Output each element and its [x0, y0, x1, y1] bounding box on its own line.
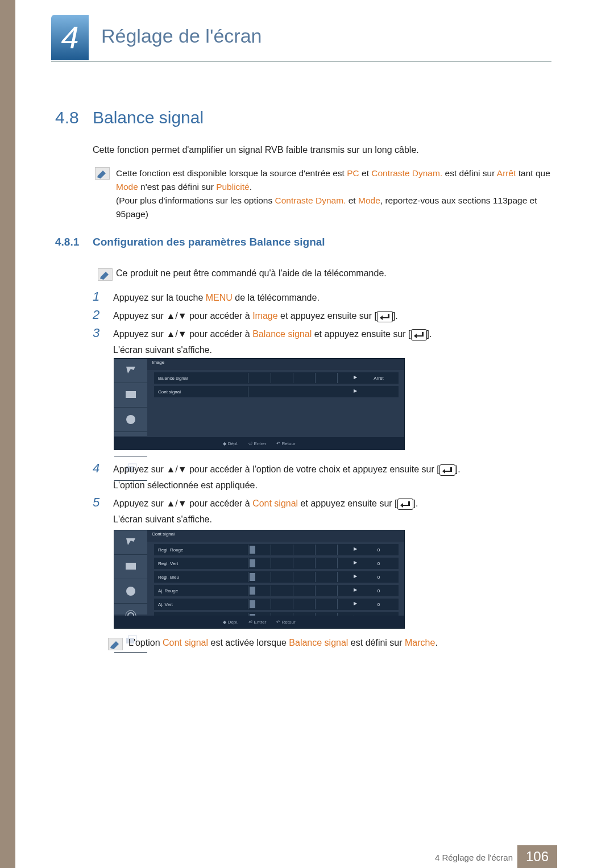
step-1: 1 Appuyez sur la touche MENU de la téléc…	[93, 290, 551, 306]
osd-header: Cont signal	[147, 530, 404, 542]
intro-paragraph: Cette fonction permet d'amplifier un sig…	[93, 145, 551, 155]
note-remote: Ce produit ne peut être commandé qu'à l'…	[116, 268, 551, 279]
osd-row: Regl. Bleu▶0	[154, 571, 399, 583]
screen-icon	[114, 555, 147, 579]
sound-icon	[114, 579, 147, 604]
page-number: 106	[517, 845, 557, 868]
section-title: Balance signal	[93, 108, 204, 127]
osd-row: Aj. Rouge▶0	[154, 585, 399, 596]
footer-chapter: 4 Réglage de l'écran	[435, 853, 513, 862]
chapter-title: Réglage de l'écran	[101, 25, 262, 47]
osd-row: Cont signal ▶	[154, 386, 399, 397]
svg-point-7	[126, 587, 135, 596]
osd-row: Regl. Vert▶0	[154, 558, 399, 569]
osd-sidebar	[114, 530, 147, 614]
osd-row: Balance signal ▶ Arrêt	[154, 372, 399, 384]
step-5: 5 Appuyez sur ▲/▼ pour accéder à Cont si…	[93, 496, 551, 528]
note-cont-signal: L'option Cont signal est activée lorsque…	[128, 638, 551, 648]
osd-row: Aj. Vert▶0	[154, 599, 399, 610]
svg-rect-6	[126, 563, 136, 570]
step-4: 4 Appuyez sur ▲/▼ pour accéder à l'optio…	[93, 462, 551, 493]
image-icon	[114, 359, 147, 383]
svg-point-1	[126, 415, 135, 424]
info-block-1: Cette fonction est disponible lorsque la…	[116, 167, 551, 221]
sound-icon	[114, 408, 147, 432]
osd-rows: Regl. Rouge▶0Regl. Vert▶0Regl. Bleu▶0Aj.…	[154, 544, 399, 626]
osd-footer: ◆ Dépl. ⏎ Entrer ↶ Retour	[114, 437, 404, 450]
steps-list-b: 4 Appuyez sur ▲/▼ pour accéder à l'optio…	[93, 462, 551, 530]
sidebar-stripe	[0, 0, 15, 868]
enter-icon	[411, 329, 427, 340]
enter-icon	[377, 311, 393, 322]
subsection-number: 4.8.1	[55, 236, 79, 248]
screen-icon	[114, 383, 147, 408]
enter-icon	[397, 499, 413, 510]
osd-balance-signal: Image Balance signal ▶ Arrêt Cont signal…	[114, 358, 405, 450]
osd-header: Image	[147, 359, 404, 370]
section-number: 4.8	[55, 108, 79, 127]
note-icon	[108, 638, 123, 650]
osd-cont-signal: Cont signal Regl. Rouge▶0Regl. Vert▶0Reg…	[114, 530, 405, 629]
osd-footer: ◆ Dépl. ⏎ Entrer ↶ Retour	[114, 616, 404, 628]
steps-list-a: 1 Appuyez sur la touche MENU de la téléc…	[93, 290, 551, 360]
chapter-tab: 4	[51, 15, 89, 60]
header-rule	[51, 61, 551, 62]
subsection-title: Configuration des paramètres Balance sig…	[93, 236, 325, 248]
page-footer: 4 Réglage de l'écran 106	[0, 845, 614, 868]
step-3: 3 Appuyez sur ▲/▼ pour accéder à Balance…	[93, 326, 551, 358]
enter-icon	[439, 464, 455, 476]
osd-row: Regl. Rouge▶0	[154, 544, 399, 555]
osd-rows: Balance signal ▶ Arrêt Cont signal ▶	[154, 372, 399, 400]
step-2: 2 Appuyez sur ▲/▼ pour accéder à Image e…	[93, 308, 551, 324]
osd-sidebar	[114, 359, 147, 436]
svg-rect-0	[126, 391, 136, 398]
image-icon	[114, 530, 147, 555]
note-icon	[95, 167, 110, 180]
note-icon	[98, 268, 113, 281]
